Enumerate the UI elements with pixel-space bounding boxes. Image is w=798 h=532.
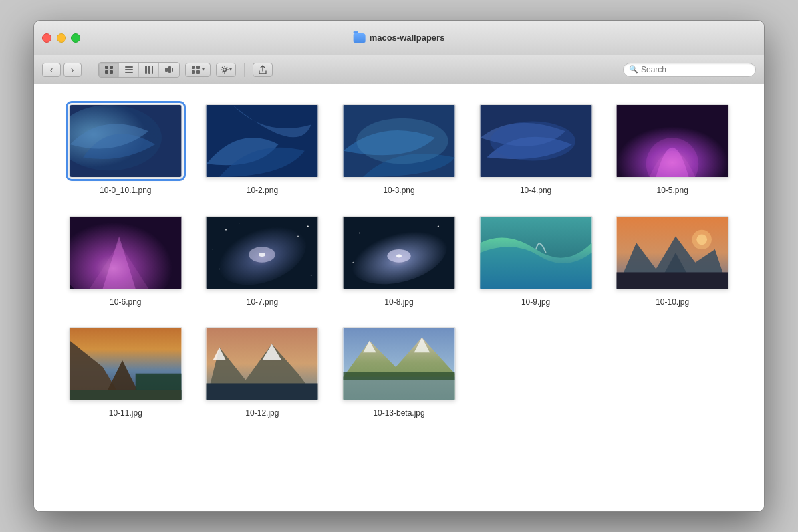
thumbnail-wrapper: [616, 216, 729, 289]
list-icon: [124, 65, 134, 74]
thumbnail-wrapper: [69, 216, 182, 289]
toolbar: ‹ ›: [34, 55, 764, 84]
file-item[interactable]: 10-12.jpg: [198, 327, 328, 419]
search-bar[interactable]: 🔍: [623, 63, 756, 77]
thumbnail-image: [70, 105, 182, 177]
file-item[interactable]: 10-13-beta.jpg: [334, 327, 464, 419]
file-label: 10-2.png: [247, 186, 278, 196]
thumbnail-wrapper: [205, 104, 319, 178]
list-view-button[interactable]: [119, 63, 139, 77]
svg-rect-69: [344, 377, 455, 400]
file-item[interactable]: 10-5.png: [607, 104, 737, 196]
svg-point-36: [219, 268, 221, 269]
svg-rect-3: [110, 70, 113, 74]
file-item[interactable]: 10-3.png: [334, 104, 464, 196]
file-item[interactable]: 10-6.png: [61, 216, 191, 308]
window-title-area: macos-wallpapers: [354, 33, 445, 43]
svg-point-32: [259, 253, 265, 257]
thumbnail-wrapper: [479, 216, 593, 289]
arrange-button[interactable]: ▾: [185, 63, 211, 77]
thumbnail-image: [616, 217, 728, 289]
svg-point-43: [396, 254, 402, 257]
folder-icon: [354, 33, 366, 43]
action-button[interactable]: ▾: [216, 63, 236, 77]
finder-window: macos-wallpapers ‹ ›: [33, 20, 765, 512]
file-label: 10-8.jpg: [384, 297, 413, 308]
svg-point-38: [213, 249, 213, 249]
thumbnail-image: [206, 328, 318, 400]
thumbnail-image: [206, 105, 318, 177]
share-button[interactable]: [253, 63, 273, 77]
chevron-right-icon: ›: [71, 65, 74, 75]
thumbnail-wrapper: [69, 327, 182, 400]
coverflow-view-button[interactable]: [159, 63, 179, 77]
thumbnail-wrapper: [69, 104, 182, 178]
svg-point-44: [359, 232, 360, 233]
arrange-chevron-icon: ▾: [202, 66, 205, 72]
share-icon: [258, 65, 267, 74]
column-view-button[interactable]: [139, 63, 159, 77]
file-item[interactable]: 10-9.jpg: [471, 216, 601, 308]
file-item[interactable]: 10-11.jpg: [61, 327, 191, 419]
file-label: 10-5.png: [657, 186, 688, 196]
thumbnail-wrapper: [342, 104, 456, 178]
file-item[interactable]: 10-7.png: [198, 216, 328, 308]
svg-rect-7: [145, 66, 147, 74]
file-item[interactable]: 10-0_10.1.png: [61, 104, 191, 196]
thumbnail-image: [480, 217, 592, 289]
separator-1: [90, 63, 90, 77]
svg-point-54: [697, 234, 708, 245]
nav-buttons: ‹ ›: [42, 63, 82, 77]
thumbnail-wrapper: [479, 104, 593, 178]
file-label: 10-3.png: [383, 186, 414, 196]
coverflow-icon: [164, 65, 174, 74]
svg-rect-52: [617, 272, 728, 289]
svg-rect-8: [148, 66, 150, 74]
svg-rect-5: [125, 69, 133, 70]
arrange-icon: [191, 65, 200, 74]
svg-point-34: [239, 223, 240, 224]
file-label: 10-6.png: [110, 297, 141, 308]
thumbnail-wrapper: [205, 216, 319, 289]
file-item[interactable]: 10-4.png: [471, 104, 601, 196]
maximize-button[interactable]: [71, 33, 80, 43]
svg-rect-6: [125, 72, 133, 73]
thumbnail-image: [343, 217, 455, 289]
svg-point-45: [438, 225, 439, 227]
svg-rect-64: [207, 384, 318, 400]
grid-icon: [104, 65, 114, 74]
gear-icon: [220, 65, 229, 74]
minimize-button[interactable]: [57, 33, 66, 43]
svg-rect-11: [168, 66, 171, 73]
close-button[interactable]: [42, 33, 51, 43]
thumbnail-wrapper: [342, 216, 456, 289]
nav-forward-button[interactable]: ›: [63, 63, 82, 77]
search-icon: 🔍: [629, 65, 638, 74]
file-item[interactable]: 10-10.jpg: [607, 216, 737, 308]
thumbnail-image: [480, 105, 592, 177]
svg-rect-0: [105, 66, 108, 69]
svg-rect-15: [192, 70, 195, 74]
icon-view-button[interactable]: [99, 63, 119, 77]
svg-point-33: [225, 229, 227, 230]
file-item[interactable]: 10-8.jpg: [334, 216, 464, 308]
action-chevron-icon: ▾: [229, 66, 232, 72]
file-label: 10-10.jpg: [656, 297, 689, 308]
file-label: 10-12.jpg: [245, 408, 279, 419]
nav-back-button[interactable]: ‹: [42, 63, 61, 77]
traffic-lights: [42, 33, 80, 43]
separator-2: [244, 63, 245, 77]
search-input[interactable]: [641, 65, 750, 74]
columns-icon: [144, 65, 154, 74]
file-label: 10-4.png: [520, 186, 551, 196]
svg-rect-2: [105, 70, 108, 74]
thumbnail-image: [343, 328, 455, 400]
file-label: 10-7.png: [247, 297, 278, 308]
file-label: 10-0_10.1.png: [100, 186, 151, 196]
svg-rect-1: [110, 66, 113, 69]
file-label: 10-13-beta.jpg: [373, 408, 424, 419]
svg-rect-10: [165, 68, 168, 72]
file-item[interactable]: 10-2.png: [198, 104, 328, 196]
file-label: 10-9.jpg: [521, 297, 550, 308]
thumbnail-image: [206, 217, 318, 289]
